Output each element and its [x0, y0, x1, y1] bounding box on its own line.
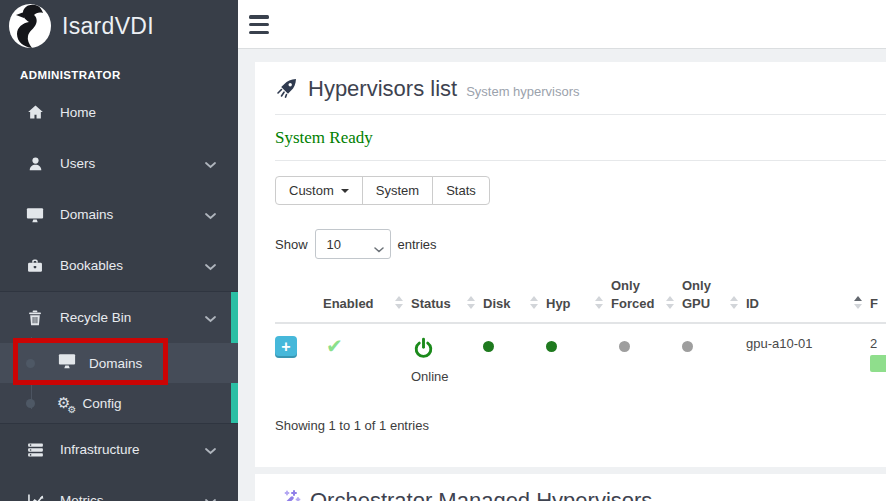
system-button[interactable]: System — [362, 176, 433, 205]
sidebar-item-metrics[interactable]: Metrics — [0, 475, 238, 501]
column-header-status[interactable]: Status — [411, 271, 483, 323]
magic-wand-icon — [275, 488, 301, 501]
column-header-id[interactable]: ID — [746, 271, 870, 323]
disk-cell — [483, 323, 546, 396]
sort-asc-icon[interactable] — [854, 296, 863, 309]
sidebar: IsardVDI ADMINISTRATOR Home Users — [0, 0, 238, 501]
column-header-expand — [275, 271, 323, 323]
sidebar-item-label: Recycle Bin — [60, 310, 131, 325]
sidebar-item-recycle-bin-config[interactable]: ⚙⚙ Config — [0, 383, 238, 423]
isardvdi-logo — [8, 3, 52, 49]
table-summary: Showing 1 to 1 of 1 entries — [275, 418, 886, 433]
orchestrator-card: Orchestrator Managed Hypervisors — [255, 474, 886, 501]
usage-bar — [870, 355, 886, 372]
card-gap — [255, 467, 886, 474]
view-button-group: Custom System Stats — [275, 176, 490, 205]
clipped-value: 2 — [870, 336, 886, 351]
home-icon — [23, 103, 47, 122]
green-dot-icon — [546, 341, 557, 352]
main-content: Hypervisors list System hypervisors Syst… — [238, 49, 886, 501]
chevron-down-icon — [205, 155, 216, 173]
page-length-select[interactable]: 10 — [315, 229, 391, 259]
stats-button-label: Stats — [446, 183, 476, 198]
chevron-down-icon — [205, 441, 216, 459]
hyp-cell — [546, 323, 611, 396]
monitor-icon — [57, 352, 77, 374]
gray-dot-icon — [682, 341, 693, 352]
rocket-icon — [275, 76, 299, 104]
hamburger-menu-icon[interactable] — [249, 15, 269, 35]
divider — [275, 160, 886, 161]
chevron-down-icon — [205, 206, 216, 224]
sidebar-section-label: ADMINISTRATOR — [20, 69, 238, 81]
sidebar-item-users[interactable]: Users — [0, 138, 238, 189]
sort-icon[interactable] — [530, 296, 539, 309]
chevron-down-icon — [205, 492, 216, 501]
green-dot-icon — [483, 341, 494, 352]
table-header-row: Enabled Status Disk Hyp Only Forced Only… — [275, 271, 886, 323]
recycle-bin-submenu: Domains ⚙⚙ Config — [0, 343, 238, 423]
servers-icon — [23, 441, 47, 459]
page-title: Hypervisors list — [308, 76, 457, 102]
only-forced-cell — [611, 323, 682, 396]
custom-button[interactable]: Custom — [275, 176, 363, 205]
sidebar-item-recycle-bin[interactable]: Recycle Bin — [0, 292, 238, 343]
sort-icon[interactable] — [467, 296, 476, 309]
sidebar-item-bookables[interactable]: Bookables — [0, 240, 238, 291]
hypervisors-card: Hypervisors list System hypervisors Syst… — [255, 62, 886, 467]
column-header-disk[interactable]: Disk — [483, 271, 546, 323]
brand[interactable]: IsardVDI — [0, 0, 238, 52]
sidebar-item-infrastructure[interactable]: Infrastructure — [0, 424, 238, 475]
sidebar-item-label: Domains — [89, 356, 142, 371]
sidebar-item-domains[interactable]: Domains — [0, 189, 238, 240]
sidebar-item-label: Users — [60, 156, 95, 171]
submenu-bullet-icon — [26, 399, 35, 408]
power-icon — [411, 349, 436, 364]
status-label: Online — [411, 369, 469, 384]
sidebar-item-home[interactable]: Home — [0, 87, 238, 138]
status-cell: Online — [411, 323, 483, 396]
column-header-clipped[interactable]: F — [870, 271, 886, 323]
expand-row-button[interactable]: + — [275, 336, 297, 358]
system-status-message: System Ready — [275, 128, 886, 148]
hypervisors-card-header: Hypervisors list System hypervisors — [275, 76, 886, 104]
sidebar-item-label: Infrastructure — [60, 442, 140, 457]
user-icon — [23, 155, 47, 173]
table-length-control: Show 10 entries — [275, 229, 886, 259]
expand-cell: + — [275, 323, 323, 396]
check-icon: ✔ — [323, 336, 343, 356]
custom-button-label: Custom — [289, 183, 334, 198]
sidebar-section-recycle-bin: Recycle Bin Domains — [0, 291, 238, 424]
caret-down-icon — [341, 189, 349, 193]
chevron-down-icon — [205, 309, 216, 327]
clipped-value-cell: 2 — [870, 323, 886, 396]
column-header-hyp[interactable]: Hyp — [546, 271, 611, 323]
submenu-bullet-icon — [26, 359, 35, 368]
only-gpu-cell — [682, 323, 746, 396]
orchestrator-card-header: Orchestrator Managed Hypervisors — [275, 488, 886, 501]
briefcase-icon — [23, 257, 47, 275]
sort-icon[interactable] — [595, 296, 604, 309]
section-title: Orchestrator Managed Hypervisors — [310, 488, 652, 501]
line-chart-icon — [23, 492, 47, 501]
chevron-down-icon — [205, 257, 216, 275]
brand-title: IsardVDI — [62, 13, 154, 40]
sidebar-item-recycle-bin-domains[interactable]: Domains — [0, 343, 238, 383]
sidebar-item-label: Bookables — [60, 258, 123, 273]
stats-button[interactable]: Stats — [432, 176, 490, 205]
system-button-label: System — [376, 183, 419, 198]
sidebar-menu: Home Users Domains — [0, 87, 238, 501]
column-header-only-gpu[interactable]: Only GPU — [682, 271, 746, 323]
column-header-enabled[interactable]: Enabled — [323, 271, 411, 323]
sort-icon[interactable] — [666, 296, 675, 309]
enabled-cell: ✔ — [323, 323, 411, 396]
id-cell: gpu-a10-01 — [746, 323, 870, 396]
sort-icon[interactable] — [395, 296, 404, 309]
hypervisors-table: Enabled Status Disk Hyp Only Forced Only… — [275, 271, 886, 396]
sidebar-item-label: Domains — [60, 207, 113, 222]
sort-icon[interactable] — [730, 296, 739, 309]
gears-icon: ⚙⚙ — [57, 396, 70, 411]
column-header-only-forced[interactable]: Only Forced — [611, 271, 682, 323]
gray-dot-icon — [619, 341, 630, 352]
sidebar-item-label: Config — [82, 396, 121, 411]
